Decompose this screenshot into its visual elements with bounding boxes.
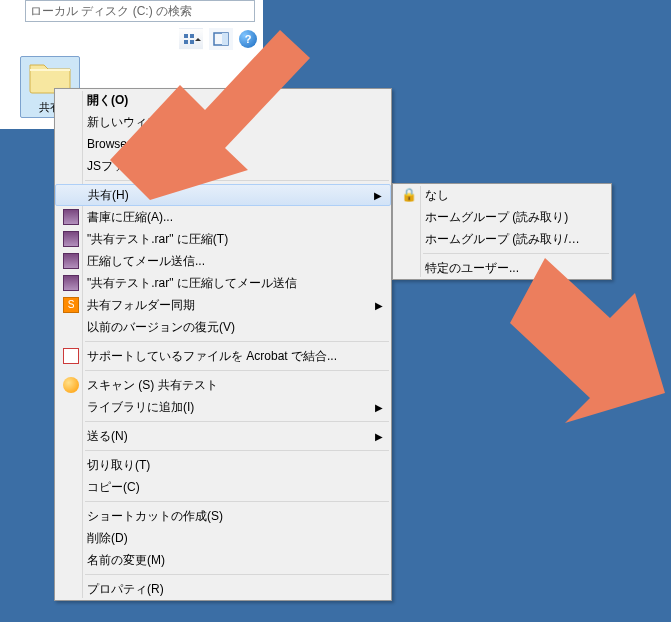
menu-library-label: ライブラリに追加(I) — [83, 399, 371, 416]
submenu-hg-read-label: ホームグループ (読み取り) — [421, 209, 591, 226]
menu-rename[interactable]: 名前の変更(M) — [55, 549, 391, 571]
menu-acrobat[interactable]: サポートしているファイルを Acrobat で結合... — [55, 345, 391, 367]
menu-acrobat-label: サポートしているファイルを Acrobat で結合... — [83, 348, 371, 365]
menu-compress-mail2[interactable]: "共有テスト.rar" に圧縮してメール送信 — [55, 272, 391, 294]
menu-separator — [423, 253, 609, 254]
annotation-arrow-2 — [495, 258, 665, 458]
submenu-arrow-icon: ▶ — [375, 431, 383, 442]
menu-shortcut-label: ショートカットの作成(S) — [83, 508, 371, 525]
rar-icon — [63, 209, 79, 225]
scan-icon — [63, 377, 79, 393]
menu-separator — [85, 341, 389, 342]
menu-props-label: プロパティ(R) — [83, 581, 371, 598]
menu-delete[interactable]: 削除(D) — [55, 527, 391, 549]
acrobat-icon — [63, 348, 79, 364]
menu-shortcut[interactable]: ショートカットの作成(S) — [55, 505, 391, 527]
menu-archive[interactable]: 書庫に圧縮(A)... — [55, 206, 391, 228]
submenu-none[interactable]: なし — [393, 184, 611, 206]
search-input[interactable]: ローカル ディスク (C:) の検索 — [25, 0, 255, 22]
preview-pane-button[interactable] — [209, 28, 233, 50]
sync-icon: S — [63, 297, 79, 313]
menu-jsfile[interactable]: JSファイル検索 行(J)... — [55, 155, 391, 177]
menu-browse[interactable]: Browse in ge CS5.1 — [55, 133, 391, 155]
menu-scan[interactable]: スキャン (S) 共有テスト — [55, 374, 391, 396]
menu-send[interactable]: 送る(N) ▶ — [55, 425, 391, 447]
menu-open-label: 開く(O) — [83, 92, 371, 109]
share-submenu: なし ホームグループ (読み取り) ホームグループ (読み取り/書き込み) 特定… — [392, 183, 612, 280]
svg-rect-3 — [190, 40, 194, 44]
menu-send-label: 送る(N) — [83, 428, 371, 445]
svg-rect-0 — [184, 34, 188, 38]
submenu-none-label: なし — [421, 187, 591, 204]
submenu-arrow-icon: ▶ — [375, 402, 383, 413]
menu-archive-label: 書庫に圧縮(A)... — [83, 209, 371, 226]
menu-share[interactable]: 共有(H) ▶ — [55, 184, 391, 206]
view-toolbar: ? — [179, 28, 257, 50]
menu-separator — [85, 370, 389, 371]
menu-prev-ver[interactable]: 以前のバージョンの復元(V) — [55, 316, 391, 338]
svg-rect-2 — [184, 40, 188, 44]
submenu-specific-label: 特定のユーザー... — [421, 260, 591, 277]
submenu-homegroup-read[interactable]: ホームグループ (読み取り) — [393, 206, 611, 228]
help-icon[interactable]: ? — [239, 30, 257, 48]
menu-separator — [85, 501, 389, 502]
lock-icon — [401, 187, 417, 203]
svg-rect-1 — [190, 34, 194, 38]
menu-library[interactable]: ライブラリに追加(I) ▶ — [55, 396, 391, 418]
menu-separator — [85, 421, 389, 422]
menu-separator — [85, 450, 389, 451]
menu-compress-mail2-label: "共有テスト.rar" に圧縮してメール送信 — [83, 275, 371, 292]
menu-copy[interactable]: コピー(C) — [55, 476, 391, 498]
menu-props[interactable]: プロパティ(R) — [55, 578, 391, 600]
submenu-arrow-icon: ▶ — [374, 190, 382, 201]
menu-separator — [85, 180, 389, 181]
menu-open[interactable]: 開く(O) — [55, 89, 391, 111]
svg-marker-7 — [510, 258, 665, 423]
submenu-arrow-icon: ▶ — [375, 300, 383, 311]
rar-icon — [63, 231, 79, 247]
svg-rect-5 — [222, 33, 228, 45]
submenu-specific-user[interactable]: 特定のユーザー... — [393, 257, 611, 279]
menu-sync[interactable]: S 共有フォルダー同期 ▶ — [55, 294, 391, 316]
menu-sync-label: 共有フォルダー同期 — [83, 297, 371, 314]
rar-icon — [63, 275, 79, 291]
menu-compress1-label: "共有テスト.rar" に圧縮(T) — [83, 231, 371, 248]
menu-copy-label: コピー(C) — [83, 479, 371, 496]
menu-new-window-label: 新しいウィンド — [83, 114, 371, 131]
menu-compress1[interactable]: "共有テスト.rar" に圧縮(T) — [55, 228, 391, 250]
menu-scan-label: スキャン (S) 共有テスト — [83, 377, 371, 394]
menu-browse-label: Browse in ge CS5.1 — [83, 137, 371, 151]
view-options-button[interactable] — [179, 28, 203, 50]
menu-prev-ver-label: 以前のバージョンの復元(V) — [83, 319, 371, 336]
context-menu: 開く(O) 新しいウィンド Browse in ge CS5.1 JSファイル検… — [54, 88, 392, 601]
menu-cut[interactable]: 切り取り(T) — [55, 454, 391, 476]
rar-icon — [63, 253, 79, 269]
menu-jsfile-label: JSファイル検索 行(J)... — [83, 158, 371, 175]
menu-delete-label: 削除(D) — [83, 530, 371, 547]
menu-rename-label: 名前の変更(M) — [83, 552, 371, 569]
menu-separator — [85, 574, 389, 575]
menu-compress-mail[interactable]: 圧縮してメール送信... — [55, 250, 391, 272]
submenu-hg-rw-label: ホームグループ (読み取り/書き込み) — [421, 231, 591, 248]
menu-share-label: 共有(H) — [84, 187, 370, 204]
submenu-homegroup-rw[interactable]: ホームグループ (読み取り/書き込み) — [393, 228, 611, 250]
menu-cut-label: 切り取り(T) — [83, 457, 371, 474]
menu-compress-mail-label: 圧縮してメール送信... — [83, 253, 371, 270]
menu-new-window[interactable]: 新しいウィンド — [55, 111, 391, 133]
